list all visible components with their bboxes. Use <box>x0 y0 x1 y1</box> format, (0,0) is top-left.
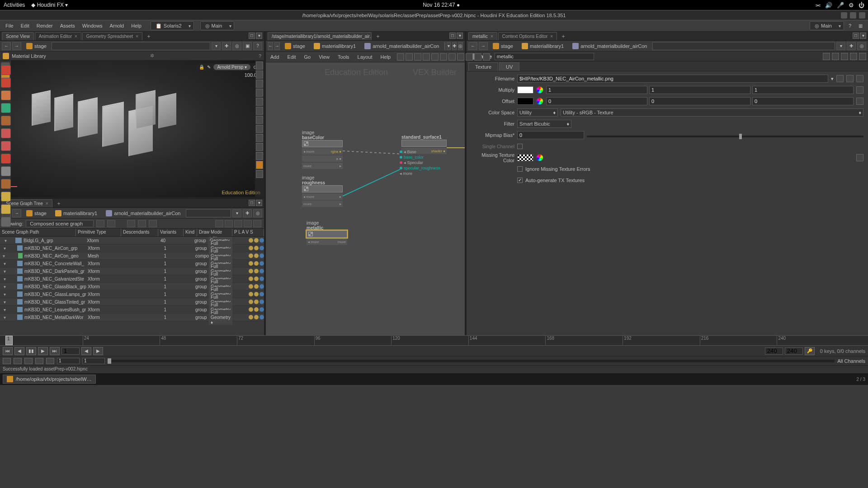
wireframe-icon[interactable] <box>256 89 263 97</box>
add-node-icon[interactable]: ✚ <box>222 42 231 50</box>
pin-pane-icon[interactable]: ⊞ <box>856 22 865 30</box>
key-mode-icon[interactable]: 🔑 <box>805 347 815 355</box>
range-end-input[interactable] <box>765 347 783 355</box>
close-icon[interactable]: × <box>136 34 138 39</box>
colorspace-family-select[interactable]: Utility♦ <box>517 108 558 117</box>
col-path[interactable]: Scene Graph Path <box>0 229 76 236</box>
network-icon[interactable]: ⫘ <box>815 2 821 9</box>
color-picker-icon[interactable] <box>536 98 543 105</box>
current-frame-input[interactable] <box>61 347 80 355</box>
timeline[interactable]: 1 24487296120144168192216240 <box>0 335 868 345</box>
dock-icon[interactable] <box>1 78 11 88</box>
dock-icon[interactable] <box>1 166 11 176</box>
activities-button[interactable]: Activities <box>4 2 25 8</box>
ng-tool-icon[interactable] <box>397 53 404 61</box>
gear-icon[interactable] <box>846 75 854 82</box>
node-graph[interactable]: Education Edition VEX Builder imagebaseC… <box>266 62 465 335</box>
maximize-pane-icon[interactable]: □ <box>249 33 255 39</box>
help-icon[interactable]: ? <box>846 22 854 30</box>
desktop-selector[interactable]: 📋 Solaris2▾ <box>151 21 194 30</box>
col-desc[interactable]: Descendants <box>121 229 158 236</box>
goto-end-button[interactable]: ⏭ <box>50 347 60 355</box>
nav-dropdown-icon[interactable]: ▾ <box>447 42 451 50</box>
nav-back-icon[interactable]: ← <box>2 42 11 50</box>
ng-tool-icon[interactable] <box>423 53 430 61</box>
node-info-icon[interactable] <box>832 53 839 60</box>
key-icon[interactable] <box>14 358 22 364</box>
close-icon[interactable]: × <box>46 201 48 206</box>
dock-icon[interactable] <box>1 154 11 164</box>
pin-icon[interactable]: ◎ <box>458 42 463 50</box>
breadcrumb[interactable]: stage <box>23 209 50 217</box>
single-channel-checkbox[interactable] <box>517 144 523 149</box>
pin-icon[interactable]: ◎ <box>857 42 866 50</box>
light-icon[interactable] <box>256 152 263 160</box>
help-icon[interactable]: ? <box>253 42 262 50</box>
add-node-icon[interactable]: ✚ <box>243 209 252 217</box>
highlight-icon[interactable] <box>234 220 242 227</box>
gear-icon[interactable] <box>856 86 863 94</box>
ignore-missing-checkbox[interactable] <box>517 166 523 172</box>
ghost-icon[interactable] <box>256 98 263 106</box>
display-options-icon[interactable] <box>256 61 263 70</box>
colorspace-select[interactable]: Utility - sRGB - Texture♦ <box>561 108 863 117</box>
nav-fwd-icon[interactable]: → <box>274 42 280 50</box>
ng-view[interactable]: View <box>317 53 331 61</box>
tab-animation-editor[interactable]: Animation Editor× <box>35 32 81 40</box>
gear-icon[interactable]: ✲ <box>150 53 154 59</box>
pin-icon[interactable]: ◎ <box>253 209 262 217</box>
lighting-icon[interactable] <box>256 80 263 88</box>
drawmode-select[interactable]: Full Geometry ♦ <box>209 310 232 325</box>
color-picker-icon[interactable] <box>536 86 543 94</box>
ng-tools[interactable]: Tools <box>336 53 351 61</box>
add-tab-button[interactable]: ＋ <box>53 200 64 207</box>
ng-edit[interactable]: Edit <box>286 53 298 61</box>
tab-nodegraph[interactable]: /stage/materiallibrary1/arnold_materialb… <box>268 32 372 40</box>
maximize-pane-icon[interactable]: □ <box>449 33 456 39</box>
menu-edit[interactable]: Edit <box>18 22 32 30</box>
node-basecolor[interactable]: imagebaseColor ◂ morergba ● a ● more▸ <box>302 130 343 169</box>
close-icon[interactable]: × <box>491 34 493 39</box>
viewport[interactable]: 🔒 ✎ Arnold Persp ▾ ⊙ 100.0% Education Ed… <box>0 61 264 197</box>
tab-context-options[interactable]: Context Options Editor× <box>498 32 557 40</box>
dock-icon[interactable] <box>1 192 11 202</box>
tab-scene-view[interactable]: Scene View <box>2 32 34 40</box>
dock-icon[interactable] <box>1 217 11 227</box>
lock-icon[interactable]: 🔒 <box>199 65 204 70</box>
breadcrumb[interactable]: arnold_materialbuilder_airCon <box>102 209 184 217</box>
ng-layout[interactable]: Layout <box>356 53 374 61</box>
add-node-icon[interactable]: ✚ <box>452 42 457 50</box>
window-close-button[interactable] <box>859 12 865 19</box>
taskbar-item[interactable]: /home/opika/vfx/projects/rebelW… <box>3 375 96 384</box>
stage-icon[interactable] <box>256 170 263 178</box>
filter-btn-1[interactable] <box>96 220 104 227</box>
color-picker-icon[interactable] <box>536 154 543 161</box>
prev-key-button[interactable]: ◀ <box>81 347 91 355</box>
menu-help[interactable]: Help <box>128 22 144 30</box>
expand-icon[interactable] <box>225 220 233 227</box>
dock-icon[interactable] <box>1 90 11 100</box>
range-cur-input[interactable] <box>82 358 105 364</box>
play-back-button[interactable]: ▮▮ <box>26 347 36 355</box>
ng-tool-icon[interactable] <box>406 53 413 61</box>
ng-tool-icon[interactable] <box>466 53 473 61</box>
breadcrumb[interactable]: arnold_materialbuilder_airCon <box>569 42 651 50</box>
node-name-input[interactable] <box>495 53 594 60</box>
mic-icon[interactable]: 🎤 <box>837 2 844 9</box>
param-tab-uv[interactable]: UV <box>499 62 519 71</box>
node-roughness[interactable]: imageroughness ◂ more▸ more▸ <box>302 175 343 207</box>
add-tab-button[interactable]: ＋ <box>373 33 383 40</box>
tab-node-params[interactable]: metallic× <box>468 32 497 40</box>
nav-dropdown-icon[interactable]: ▾ <box>212 42 221 50</box>
breadcrumb[interactable]: arnold_materialbuilder_airCon <box>361 42 443 50</box>
pane-menu-icon[interactable]: ▾ <box>256 200 262 206</box>
nav-fwd-icon[interactable]: → <box>12 42 21 50</box>
col-kind[interactable]: Kind <box>184 229 197 236</box>
node-metallic[interactable]: imagemetallic ◂ moremore <box>307 221 347 245</box>
nav-fwd-icon[interactable]: → <box>479 42 488 50</box>
menu-arnold[interactable]: Arnold <box>107 22 127 30</box>
app-menu[interactable]: ◆ Houdini FX ▾ <box>31 2 68 8</box>
breadcrumb[interactable]: stage <box>489 42 517 50</box>
timeline-ticks[interactable]: 1 24487296120144168192216240 <box>5 336 863 345</box>
nav-dropdown-icon[interactable]: ▾ <box>836 42 845 50</box>
